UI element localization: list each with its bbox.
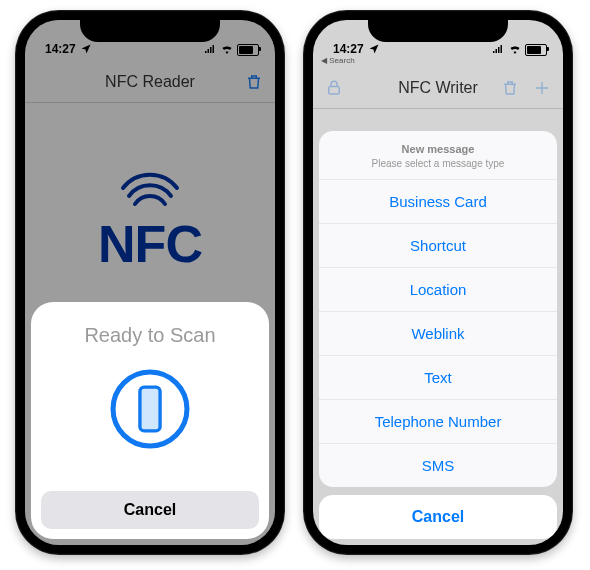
status-time: 14:27	[45, 42, 93, 56]
wifi-icon	[508, 44, 522, 56]
notch	[368, 18, 508, 42]
option-shortcut[interactable]: Shortcut	[319, 224, 557, 268]
action-sheet-header: New message Please select a message type	[319, 131, 557, 180]
cancel-button[interactable]: Cancel	[319, 495, 557, 539]
screen-right: 14:27 ◀ Search NFC Writer	[313, 20, 563, 545]
option-sms[interactable]: SMS	[319, 444, 557, 487]
screen-left: 14:27 NFC Reader	[25, 20, 275, 545]
option-location[interactable]: Location	[319, 268, 557, 312]
action-sheet: New message Please select a message type…	[319, 131, 557, 539]
action-sheet-subtitle: Please select a message type	[329, 158, 547, 169]
back-to-app[interactable]: ◀ Search	[321, 56, 355, 65]
scan-title: Ready to Scan	[41, 324, 259, 347]
status-time-text: 14:27	[333, 42, 364, 56]
location-icon	[367, 43, 381, 55]
battery-icon	[525, 44, 547, 56]
nfc-phone-icon	[108, 367, 192, 451]
notch	[80, 18, 220, 42]
battery-icon	[237, 44, 259, 56]
option-text[interactable]: Text	[319, 356, 557, 400]
phone-left: 14:27 NFC Reader	[15, 10, 285, 555]
stage: 14:27 NFC Reader	[0, 0, 590, 570]
action-sheet-title: New message	[329, 143, 547, 155]
phone-right: 14:27 ◀ Search NFC Writer	[303, 10, 573, 555]
wifi-icon	[220, 44, 234, 56]
location-icon	[79, 43, 93, 55]
signal-icon	[491, 44, 505, 56]
back-label: Search	[329, 56, 354, 65]
option-business-card[interactable]: Business Card	[319, 180, 557, 224]
cancel-button[interactable]: Cancel	[41, 491, 259, 529]
svg-rect-1	[140, 387, 160, 431]
status-time-text: 14:27	[45, 42, 76, 56]
status-time: 14:27	[333, 42, 381, 56]
status-right	[491, 44, 547, 56]
signal-icon	[203, 44, 217, 56]
nfc-scan-sheet: Ready to Scan Cancel	[31, 302, 269, 539]
action-sheet-card: New message Please select a message type…	[319, 131, 557, 487]
option-telephone[interactable]: Telephone Number	[319, 400, 557, 444]
status-right	[203, 44, 259, 56]
option-weblink[interactable]: Weblink	[319, 312, 557, 356]
